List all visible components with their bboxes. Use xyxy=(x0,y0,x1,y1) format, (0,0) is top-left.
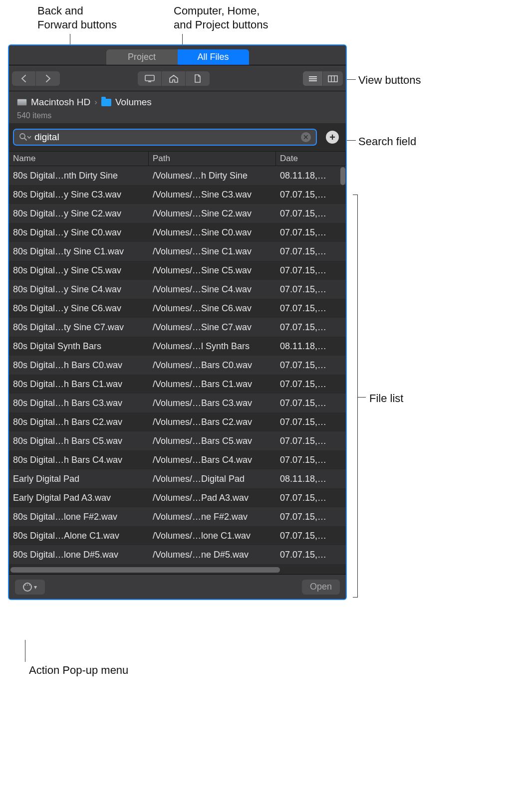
table-row[interactable]: 80s Digital…h Bars C2.wav/Volumes/…Bars … xyxy=(9,412,346,431)
table-row[interactable]: 80s Digital…nth Dirty Sine/Volumes/…h Di… xyxy=(9,166,346,185)
cell-date: 07.07.15,… xyxy=(276,455,346,465)
callout-back-forward: Back and Forward buttons xyxy=(37,4,117,31)
table-row[interactable]: 80s Digital Synth Bars/Volumes/…l Synth … xyxy=(9,337,346,356)
forward-button[interactable] xyxy=(36,71,60,86)
cell-path: /Volumes/…Bars C4.wav xyxy=(149,455,276,465)
cell-date: 08.11.18,… xyxy=(276,341,346,352)
add-button[interactable]: + xyxy=(326,131,339,144)
table-row[interactable]: Early Digital Pad/Volumes/…Digital Pad08… xyxy=(9,469,346,488)
cell-name: 80s Digital…y Sine C6.wav xyxy=(9,303,149,314)
cell-date: 07.07.15,… xyxy=(276,436,346,446)
column-header-date[interactable]: Date xyxy=(276,152,346,166)
cell-path: /Volumes/…Sine C7.wav xyxy=(149,322,276,333)
item-count: 540 items xyxy=(17,111,339,120)
cell-path: /Volumes/…Sine C5.wav xyxy=(149,265,276,276)
cell-date: 07.07.15,… xyxy=(276,303,346,314)
cell-path: /Volumes/…Bars C1.wav xyxy=(149,379,276,390)
column-view-button[interactable] xyxy=(323,71,343,86)
search-input[interactable] xyxy=(34,132,301,143)
open-button[interactable]: Open xyxy=(302,580,340,595)
callout-location: Computer, Home, and Project buttons xyxy=(174,4,268,31)
file-browser-window: Project All Files xyxy=(8,44,347,600)
tab-project[interactable]: Project xyxy=(106,49,178,65)
vertical-scrollbar[interactable] xyxy=(340,167,345,185)
cell-path: /Volumes/…Sine C2.wav xyxy=(149,208,276,219)
table-row[interactable]: 80s Digital…h Bars C0.wav/Volumes/…Bars … xyxy=(9,356,346,375)
cell-name: 80s Digital…h Bars C2.wav xyxy=(9,417,149,427)
breadcrumb: Macintosh HD › Volumes xyxy=(17,95,339,109)
cell-path: /Volumes/…Sine C3.wav xyxy=(149,190,276,200)
table-row[interactable]: 80s Digital…h Bars C1.wav/Volumes/…Bars … xyxy=(9,375,346,394)
action-popup-menu[interactable]: ▾ xyxy=(15,580,45,595)
table-row[interactable]: 80s Digital…Alone C1.wav/Volumes/…lone C… xyxy=(9,526,346,545)
table-row[interactable]: 80s Digital…lone F#2.wav/Volumes/…ne F#2… xyxy=(9,507,346,526)
cell-date: 07.07.15,… xyxy=(276,379,346,390)
table-row[interactable]: 80s Digital…y Sine C3.wav/Volumes/…Sine … xyxy=(9,185,346,204)
table-row[interactable]: Early Digital Pad A3.wav/Volumes/…Pad A3… xyxy=(9,488,346,507)
table-row[interactable]: 80s Digital…h Bars C3.wav/Volumes/…Bars … xyxy=(9,394,346,412)
toolbar xyxy=(9,65,346,91)
cell-date: 07.07.15,… xyxy=(276,550,346,560)
horizontal-scrollbar[interactable] xyxy=(10,567,280,573)
cell-name: 80s Digital…lone F#2.wav xyxy=(9,512,149,522)
cell-date: 08.11.18,… xyxy=(276,171,346,181)
table-row[interactable]: 80s Digital…ty Sine C1.wav/Volumes/…Sine… xyxy=(9,242,346,261)
cell-name: Early Digital Pad A3.wav xyxy=(9,493,149,503)
column-header-name[interactable]: Name xyxy=(9,152,149,166)
document-icon xyxy=(194,74,201,83)
search-field[interactable]: ✕ xyxy=(13,129,317,146)
computer-icon xyxy=(145,75,155,82)
harddrive-icon xyxy=(17,99,27,106)
cell-date: 07.07.15,… xyxy=(276,208,346,219)
breadcrumb-folder[interactable]: Volumes xyxy=(115,97,152,108)
clear-search-button[interactable]: ✕ xyxy=(301,132,311,142)
column-header-path[interactable]: Path xyxy=(149,152,276,166)
cell-date: 07.07.15,… xyxy=(276,493,346,503)
svg-rect-5 xyxy=(328,76,337,82)
cell-path: /Volumes/…h Dirty Sine xyxy=(149,171,276,181)
table-row[interactable]: 80s Digital…h Bars C5.wav/Volumes/…Bars … xyxy=(9,431,346,450)
cell-name: 80s Digital…nth Dirty Sine xyxy=(9,171,149,181)
cell-path: /Volumes/…Sine C6.wav xyxy=(149,303,276,314)
callout-view-buttons: View buttons xyxy=(358,73,421,87)
cell-path: /Volumes/…ne F#2.wav xyxy=(149,512,276,522)
cell-path: /Volumes/…Bars C2.wav xyxy=(149,417,276,427)
cell-date: 07.07.15,… xyxy=(276,246,346,257)
columns-icon xyxy=(328,75,338,82)
breadcrumb-disk[interactable]: Macintosh HD xyxy=(31,97,90,108)
callout-file-list: File list xyxy=(369,392,403,406)
table-row[interactable]: 80s Digital…y Sine C2.wav/Volumes/…Sine … xyxy=(9,204,346,223)
cell-name: 80s Digital…h Bars C3.wav xyxy=(9,398,149,408)
back-button[interactable] xyxy=(12,71,36,86)
cell-path: /Volumes/…Sine C1.wav xyxy=(149,246,276,257)
table-row[interactable]: 80s Digital…lone D#5.wav/Volumes/…ne D#5… xyxy=(9,545,346,564)
computer-button[interactable] xyxy=(138,71,162,86)
cell-date: 07.07.15,… xyxy=(276,531,346,541)
footer: ▾ Open xyxy=(9,574,346,599)
file-list-wrap: 80s Digital…nth Dirty Sine/Volumes/…h Di… xyxy=(9,166,346,565)
cell-name: 80s Digital…h Bars C4.wav xyxy=(9,455,149,465)
table-row[interactable]: 80s Digital…Alone C4.wav/Volumes/…lone C… xyxy=(9,564,346,565)
table-row[interactable]: 80s Digital…y Sine C5.wav/Volumes/…Sine … xyxy=(9,261,346,280)
cell-name: 80s Digital…y Sine C0.wav xyxy=(9,227,149,238)
tab-all-files[interactable]: All Files xyxy=(178,49,249,65)
cell-date: 07.07.15,… xyxy=(276,284,346,295)
file-list[interactable]: 80s Digital…nth Dirty Sine/Volumes/…h Di… xyxy=(9,166,346,565)
list-view-button[interactable] xyxy=(303,71,323,86)
table-row[interactable]: 80s Digital…h Bars C4.wav/Volumes/…Bars … xyxy=(9,450,346,469)
table-row[interactable]: 80s Digital…y Sine C0.wav/Volumes/…Sine … xyxy=(9,223,346,242)
table-row[interactable]: 80s Digital…y Sine C6.wav/Volumes/…Sine … xyxy=(9,299,346,318)
table-header: Name Path Date xyxy=(9,151,346,166)
table-row[interactable]: 80s Digital…ty Sine C7.wav/Volumes/…Sine… xyxy=(9,318,346,337)
home-icon xyxy=(169,75,178,83)
location-group xyxy=(138,71,210,86)
cell-name: 80s Digital…y Sine C5.wav xyxy=(9,265,149,276)
home-button[interactable] xyxy=(162,71,186,86)
cell-name: 80s Digital…Alone C1.wav xyxy=(9,531,149,541)
table-row[interactable]: 80s Digital…y Sine C4.wav/Volumes/…Sine … xyxy=(9,280,346,299)
cell-date: 07.07.15,… xyxy=(276,227,346,238)
cell-date: 07.07.15,… xyxy=(276,265,346,276)
cell-name: Early Digital Pad xyxy=(9,474,149,484)
project-button[interactable] xyxy=(186,71,210,86)
breadcrumb-bar: Macintosh HD › Volumes 540 items xyxy=(9,91,346,123)
